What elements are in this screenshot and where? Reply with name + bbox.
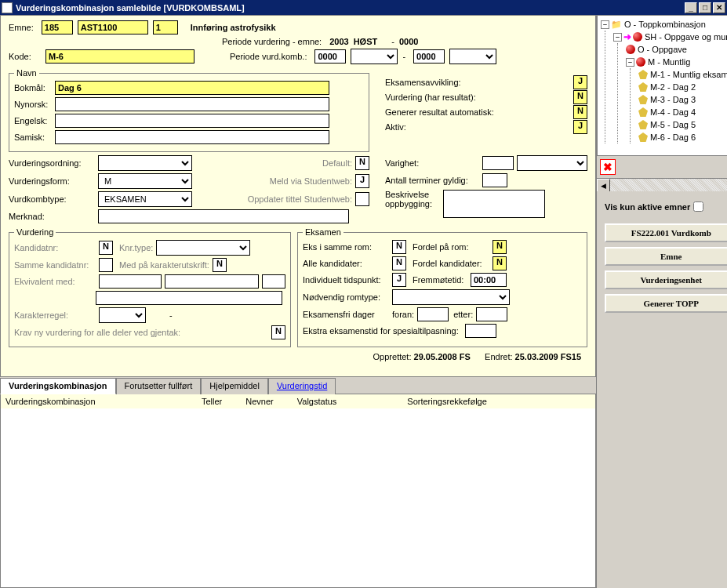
minimize-button[interactable]: _ xyxy=(685,2,697,13)
tree-leaf-m4[interactable]: M-4 - Dag 4 xyxy=(650,107,696,117)
ekvivalent2-input[interactable] xyxy=(165,274,259,289)
samme-kand-flag[interactable] xyxy=(99,258,113,272)
eksamensavvikling-flag[interactable]: J xyxy=(573,75,587,89)
col-nevner: Nevner xyxy=(245,397,273,406)
generer-topp-button[interactable]: Generer TOPP xyxy=(605,294,727,313)
generer-auto-flag[interactable]: N xyxy=(573,105,587,119)
leaf-icon xyxy=(638,132,648,142)
periode-komb-sem2-select[interactable] xyxy=(449,49,496,64)
emne-button[interactable]: Emne xyxy=(605,247,727,266)
current-arrow-icon: ➜ xyxy=(623,31,631,42)
tree-leaf-m6[interactable]: M-6 - Dag 6 xyxy=(650,132,696,142)
expand-icon[interactable]: − xyxy=(626,58,634,67)
scroll-left-icon[interactable]: ◀ xyxy=(597,179,610,192)
samisk-input[interactable] xyxy=(55,130,329,144)
meld-via-label: Meld via Studentweb: xyxy=(270,176,352,186)
default-flag[interactable]: N xyxy=(355,156,369,170)
vurderingsenhet-button[interactable]: Vurderingsenhet xyxy=(605,270,727,289)
foran-input[interactable] xyxy=(417,307,449,321)
vurdkombtype-label: Vurdkombtype: xyxy=(9,194,95,204)
periode-emne-label: Periode vurdering - emne: xyxy=(222,37,322,46)
aktiv-flag[interactable]: J xyxy=(573,120,587,134)
merknad-input[interactable] xyxy=(98,209,349,223)
vurdering-har-flag[interactable]: N xyxy=(573,90,587,104)
ekvivalent-label: Ekvivalent med: xyxy=(14,277,96,286)
vurdkombtype-select[interactable]: EKSAMEN xyxy=(98,191,192,207)
periode-emne-end: 0000 xyxy=(399,37,418,46)
indiv-tid-flag[interactable]: J xyxy=(392,273,406,287)
column-header-row: Vurderingskombinasjon Teller Nevner Valg… xyxy=(1,394,595,408)
tree-node-o[interactable]: O - Oppgave xyxy=(638,45,687,54)
tab-hjelpemiddel[interactable]: Hjelpemiddel xyxy=(201,378,268,394)
timestamp-bar: Opprettet: 29.05.2008 FS Endret: 25.03.2… xyxy=(9,350,587,361)
expand-icon[interactable]: − xyxy=(613,33,622,42)
periode-komb-y1-input[interactable] xyxy=(314,49,346,64)
maximize-button[interactable]: □ xyxy=(699,2,711,13)
periode-emne-year: 2003 xyxy=(329,37,348,46)
meld-via-flag[interactable]: J xyxy=(355,174,369,188)
krav-ny-flag[interactable]: N xyxy=(271,325,285,339)
ekvivalent3-input[interactable] xyxy=(262,274,285,289)
tree-leaf-m3[interactable]: M-3 - Dag 3 xyxy=(650,95,696,104)
emne-code3-input[interactable] xyxy=(153,20,178,34)
tree-leaf-m2[interactable]: M-2 - Dag 2 xyxy=(650,82,696,92)
tree-node-m[interactable]: M - Muntlig xyxy=(648,57,690,67)
kandidatnr-flag[interactable]: N xyxy=(99,241,113,255)
vis-kun-aktive-checkbox[interactable] xyxy=(693,201,703,212)
vurderingsordning-select[interactable] xyxy=(98,155,192,171)
fordel-rom-flag[interactable]: N xyxy=(493,240,507,254)
alle-kand-label: Alle kandidater: xyxy=(303,259,389,268)
fordel-rom-label: Fordel på rom: xyxy=(413,242,489,252)
periode-komb-y2-input[interactable] xyxy=(413,49,445,64)
bokmal-label: Bokmål: xyxy=(14,83,52,93)
expand-icon[interactable]: − xyxy=(601,20,609,29)
alle-kand-flag[interactable]: N xyxy=(392,256,406,270)
engelsk-input[interactable] xyxy=(55,114,329,128)
delete-button[interactable]: ✖ xyxy=(600,159,616,175)
navn-legend: Navn xyxy=(14,68,39,78)
periode-komb-sem1-select[interactable] xyxy=(351,49,398,64)
fremmote-input[interactable] xyxy=(471,273,507,287)
tree-leaf-m1[interactable]: M-1 - Muntlig eksamen xyxy=(650,70,727,79)
eks-samme-rom-flag[interactable]: N xyxy=(392,240,406,254)
karakterregel-select[interactable] xyxy=(99,307,146,323)
ekvivalent4-input[interactable] xyxy=(96,291,282,305)
ekstra-input[interactable] xyxy=(465,324,496,338)
vurdering-har-label: Vurdering (har resultat): xyxy=(385,93,476,102)
tab-vurderingstid[interactable]: Vurderingstid xyxy=(268,378,336,394)
ekvivalent1-input[interactable] xyxy=(99,274,162,289)
karakterregel-label: Karakterregel: xyxy=(14,310,96,320)
eksamen-fieldset: Eksamen Eks i samme rom: N Fordel på rom… xyxy=(297,227,587,347)
varighet-unit-select[interactable] xyxy=(517,155,587,171)
tab-vurderingskombinasjon[interactable]: Vurderingskombinasjon xyxy=(0,378,116,394)
form-panel: Emne: Innføring astrofysikk Periode vurd… xyxy=(0,15,596,377)
med-kar-flag[interactable]: N xyxy=(213,258,227,272)
close-button[interactable]: ✕ xyxy=(713,2,725,13)
varighet-input[interactable] xyxy=(482,156,514,170)
opprettet-value: 29.05.2008 FS xyxy=(414,352,471,361)
tree-leaf-m5[interactable]: M-5 - Dag 5 xyxy=(650,120,696,129)
nynorsk-input[interactable] xyxy=(55,97,329,111)
fordel-kand-flag[interactable]: N xyxy=(493,256,507,270)
engelsk-label: Engelsk: xyxy=(14,116,52,125)
tree-hscrollbar[interactable]: ◀ ▶ xyxy=(597,178,727,191)
emne-code2-input[interactable] xyxy=(78,20,148,34)
tree-node-top[interactable]: O - Toppkombinasjon xyxy=(624,20,706,29)
endret-value: 25.03.2009 FS15 xyxy=(515,352,581,361)
nodv-rom-select[interactable] xyxy=(392,289,510,305)
emne-code1-input[interactable] xyxy=(42,20,73,34)
tree-panel[interactable]: − 📁 O - Toppkombinasjon − ➜ SH - Oppgave… xyxy=(597,15,727,156)
antall-term-input[interactable] xyxy=(482,173,507,187)
kode-input[interactable] xyxy=(45,49,194,64)
knrtype-select[interactable] xyxy=(156,240,250,256)
vurderingsform-select[interactable]: M xyxy=(98,173,192,189)
etter-input[interactable] xyxy=(476,307,507,321)
bokmal-input[interactable] xyxy=(55,81,329,95)
vurdering-fieldset: Vurdering Kandidatnr: N Knr.type: Samme … xyxy=(9,227,291,347)
red-ball-icon xyxy=(626,45,635,54)
fs222-button[interactable]: FS222.001 Vurdkomb xyxy=(605,223,727,242)
beskrivelse-text[interactable] xyxy=(443,190,545,218)
oppdater-flag[interactable] xyxy=(355,192,369,206)
tab-forutsetter[interactable]: Forutsetter fullført xyxy=(116,378,202,394)
tree-node-sh[interactable]: SH - Oppgave og muntlig xyxy=(645,32,727,42)
